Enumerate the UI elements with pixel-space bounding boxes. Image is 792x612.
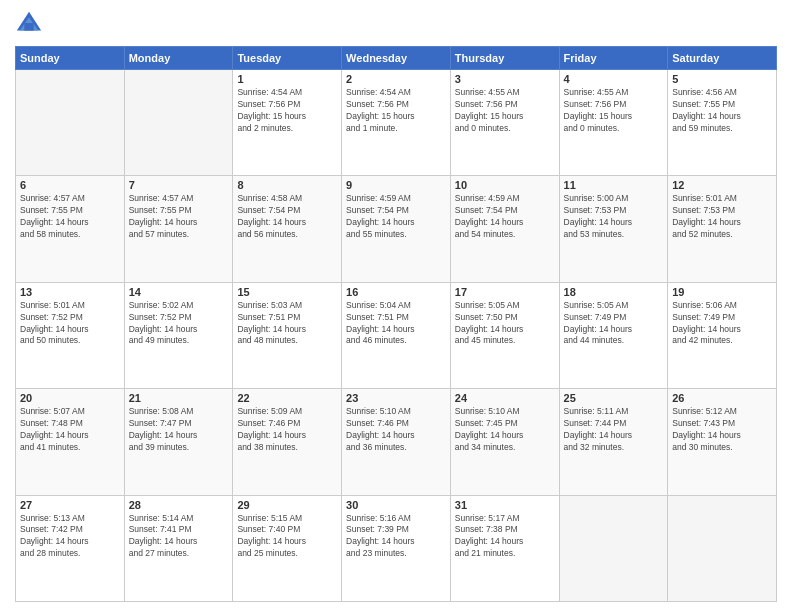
day-number: 4 [564,73,664,85]
weekday-header-monday: Monday [124,47,233,70]
weekday-header-friday: Friday [559,47,668,70]
day-number: 1 [237,73,337,85]
calendar-cell: 21Sunrise: 5:08 AM Sunset: 7:47 PM Dayli… [124,389,233,495]
weekday-header-saturday: Saturday [668,47,777,70]
day-number: 21 [129,392,229,404]
day-number: 3 [455,73,555,85]
day-info: Sunrise: 4:58 AM Sunset: 7:54 PM Dayligh… [237,193,337,241]
day-info: Sunrise: 5:10 AM Sunset: 7:46 PM Dayligh… [346,406,446,454]
day-info: Sunrise: 4:57 AM Sunset: 7:55 PM Dayligh… [20,193,120,241]
day-number: 24 [455,392,555,404]
calendar-cell: 8Sunrise: 4:58 AM Sunset: 7:54 PM Daylig… [233,176,342,282]
day-number: 25 [564,392,664,404]
day-info: Sunrise: 4:55 AM Sunset: 7:56 PM Dayligh… [455,87,555,135]
calendar-cell: 3Sunrise: 4:55 AM Sunset: 7:56 PM Daylig… [450,70,559,176]
calendar-cell: 29Sunrise: 5:15 AM Sunset: 7:40 PM Dayli… [233,495,342,601]
day-number: 28 [129,499,229,511]
day-info: Sunrise: 4:59 AM Sunset: 7:54 PM Dayligh… [346,193,446,241]
calendar-cell: 6Sunrise: 4:57 AM Sunset: 7:55 PM Daylig… [16,176,125,282]
day-info: Sunrise: 5:17 AM Sunset: 7:38 PM Dayligh… [455,513,555,561]
day-info: Sunrise: 5:16 AM Sunset: 7:39 PM Dayligh… [346,513,446,561]
day-info: Sunrise: 4:54 AM Sunset: 7:56 PM Dayligh… [237,87,337,135]
calendar-week-5: 27Sunrise: 5:13 AM Sunset: 7:42 PM Dayli… [16,495,777,601]
day-info: Sunrise: 5:09 AM Sunset: 7:46 PM Dayligh… [237,406,337,454]
calendar-cell: 24Sunrise: 5:10 AM Sunset: 7:45 PM Dayli… [450,389,559,495]
day-number: 30 [346,499,446,511]
day-number: 18 [564,286,664,298]
day-number: 15 [237,286,337,298]
day-info: Sunrise: 5:07 AM Sunset: 7:48 PM Dayligh… [20,406,120,454]
day-number: 19 [672,286,772,298]
calendar-cell: 7Sunrise: 4:57 AM Sunset: 7:55 PM Daylig… [124,176,233,282]
calendar-week-4: 20Sunrise: 5:07 AM Sunset: 7:48 PM Dayli… [16,389,777,495]
calendar-cell: 1Sunrise: 4:54 AM Sunset: 7:56 PM Daylig… [233,70,342,176]
day-number: 2 [346,73,446,85]
day-info: Sunrise: 5:10 AM Sunset: 7:45 PM Dayligh… [455,406,555,454]
calendar-cell: 14Sunrise: 5:02 AM Sunset: 7:52 PM Dayli… [124,282,233,388]
calendar-table: SundayMondayTuesdayWednesdayThursdayFrid… [15,46,777,602]
calendar-cell: 12Sunrise: 5:01 AM Sunset: 7:53 PM Dayli… [668,176,777,282]
day-number: 27 [20,499,120,511]
day-info: Sunrise: 5:11 AM Sunset: 7:44 PM Dayligh… [564,406,664,454]
header [15,10,777,38]
calendar-cell: 2Sunrise: 4:54 AM Sunset: 7:56 PM Daylig… [342,70,451,176]
day-number: 13 [20,286,120,298]
day-info: Sunrise: 5:01 AM Sunset: 7:52 PM Dayligh… [20,300,120,348]
calendar-cell: 31Sunrise: 5:17 AM Sunset: 7:38 PM Dayli… [450,495,559,601]
calendar-cell [668,495,777,601]
day-number: 10 [455,179,555,191]
page: SundayMondayTuesdayWednesdayThursdayFrid… [0,0,792,612]
calendar-cell: 11Sunrise: 5:00 AM Sunset: 7:53 PM Dayli… [559,176,668,282]
day-number: 5 [672,73,772,85]
day-number: 17 [455,286,555,298]
calendar-week-1: 1Sunrise: 4:54 AM Sunset: 7:56 PM Daylig… [16,70,777,176]
day-info: Sunrise: 5:05 AM Sunset: 7:50 PM Dayligh… [455,300,555,348]
weekday-header-tuesday: Tuesday [233,47,342,70]
weekday-header-sunday: Sunday [16,47,125,70]
calendar-cell [559,495,668,601]
day-info: Sunrise: 5:15 AM Sunset: 7:40 PM Dayligh… [237,513,337,561]
day-number: 12 [672,179,772,191]
day-number: 14 [129,286,229,298]
day-info: Sunrise: 5:14 AM Sunset: 7:41 PM Dayligh… [129,513,229,561]
day-info: Sunrise: 5:08 AM Sunset: 7:47 PM Dayligh… [129,406,229,454]
calendar-cell: 9Sunrise: 4:59 AM Sunset: 7:54 PM Daylig… [342,176,451,282]
day-number: 11 [564,179,664,191]
calendar-cell [124,70,233,176]
day-info: Sunrise: 4:59 AM Sunset: 7:54 PM Dayligh… [455,193,555,241]
day-info: Sunrise: 5:05 AM Sunset: 7:49 PM Dayligh… [564,300,664,348]
calendar-week-3: 13Sunrise: 5:01 AM Sunset: 7:52 PM Dayli… [16,282,777,388]
calendar-header-row: SundayMondayTuesdayWednesdayThursdayFrid… [16,47,777,70]
day-info: Sunrise: 5:04 AM Sunset: 7:51 PM Dayligh… [346,300,446,348]
calendar-cell: 23Sunrise: 5:10 AM Sunset: 7:46 PM Dayli… [342,389,451,495]
calendar-cell: 26Sunrise: 5:12 AM Sunset: 7:43 PM Dayli… [668,389,777,495]
day-info: Sunrise: 5:13 AM Sunset: 7:42 PM Dayligh… [20,513,120,561]
calendar-cell [16,70,125,176]
logo [15,10,47,38]
day-info: Sunrise: 4:54 AM Sunset: 7:56 PM Dayligh… [346,87,446,135]
day-number: 20 [20,392,120,404]
calendar-week-2: 6Sunrise: 4:57 AM Sunset: 7:55 PM Daylig… [16,176,777,282]
day-info: Sunrise: 4:55 AM Sunset: 7:56 PM Dayligh… [564,87,664,135]
calendar-cell: 25Sunrise: 5:11 AM Sunset: 7:44 PM Dayli… [559,389,668,495]
logo-icon [15,10,43,38]
calendar-cell: 13Sunrise: 5:01 AM Sunset: 7:52 PM Dayli… [16,282,125,388]
calendar-cell: 28Sunrise: 5:14 AM Sunset: 7:41 PM Dayli… [124,495,233,601]
weekday-header-wednesday: Wednesday [342,47,451,70]
svg-rect-2 [24,23,33,30]
calendar-cell: 15Sunrise: 5:03 AM Sunset: 7:51 PM Dayli… [233,282,342,388]
calendar-cell: 5Sunrise: 4:56 AM Sunset: 7:55 PM Daylig… [668,70,777,176]
calendar-cell: 18Sunrise: 5:05 AM Sunset: 7:49 PM Dayli… [559,282,668,388]
weekday-header-thursday: Thursday [450,47,559,70]
calendar-cell: 4Sunrise: 4:55 AM Sunset: 7:56 PM Daylig… [559,70,668,176]
day-info: Sunrise: 5:01 AM Sunset: 7:53 PM Dayligh… [672,193,772,241]
calendar-cell: 22Sunrise: 5:09 AM Sunset: 7:46 PM Dayli… [233,389,342,495]
calendar-cell: 27Sunrise: 5:13 AM Sunset: 7:42 PM Dayli… [16,495,125,601]
day-number: 8 [237,179,337,191]
day-number: 29 [237,499,337,511]
day-info: Sunrise: 4:57 AM Sunset: 7:55 PM Dayligh… [129,193,229,241]
day-info: Sunrise: 5:12 AM Sunset: 7:43 PM Dayligh… [672,406,772,454]
calendar-cell: 17Sunrise: 5:05 AM Sunset: 7:50 PM Dayli… [450,282,559,388]
day-info: Sunrise: 5:03 AM Sunset: 7:51 PM Dayligh… [237,300,337,348]
day-number: 9 [346,179,446,191]
